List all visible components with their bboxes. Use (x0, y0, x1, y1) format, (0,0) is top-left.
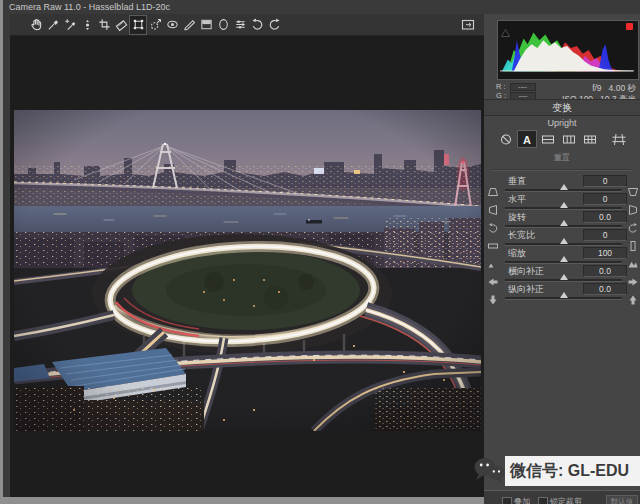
right-panel: R :---- G :---- B :---- f/94.00 秒 ISO 10… (484, 14, 640, 504)
shutter-value: 4.00 秒 (609, 83, 636, 94)
watermark-text: 微信号: GL-EDU (510, 462, 629, 479)
section-divider (492, 169, 632, 171)
slider-row-y-offset: 纵向补正 0.0 (484, 284, 640, 302)
hand-tool-button[interactable] (28, 16, 44, 34)
window-title: Camera Raw 11.0 - Hasselblad L1D-20c (9, 2, 170, 12)
upright-buttons: A (484, 131, 640, 147)
transform-tool-button[interactable] (130, 16, 146, 34)
slider-value[interactable]: 0 (583, 193, 627, 205)
aperture-value: f/9 (592, 83, 601, 94)
offset-up-icon[interactable] (627, 292, 639, 304)
crop-tool-button[interactable] (96, 16, 112, 34)
upright-hint[interactable]: 重置 (484, 152, 640, 163)
white-balance-tool-button[interactable] (45, 16, 61, 34)
upright-vertical-button[interactable] (560, 131, 578, 147)
slider-label: 水平 (508, 194, 526, 204)
slider-thumb[interactable] (560, 274, 568, 280)
constrain-crop-label: 锁定裁剪 (550, 497, 582, 504)
slider-value[interactable]: 0.0 (583, 283, 627, 295)
slider-label: 缩放 (508, 248, 526, 258)
rotate-right-button[interactable] (266, 16, 282, 34)
slider-track[interactable] (505, 243, 622, 246)
red-eye-tool-button[interactable] (164, 16, 180, 34)
rotate-left-button[interactable] (249, 16, 265, 34)
slider-track[interactable] (505, 225, 622, 228)
slider-thumb[interactable] (560, 238, 568, 244)
color-sampler-tool-button[interactable] (62, 16, 78, 34)
watermark: 微信号: GL-EDU (505, 456, 640, 486)
defaults-button[interactable]: 默认值 (606, 495, 638, 504)
upright-off-button[interactable] (497, 131, 515, 147)
slider-value[interactable]: 0.0 (583, 211, 627, 223)
slider-row-scale: 缩放 100 (484, 248, 640, 266)
histogram[interactable] (497, 20, 639, 80)
overlay-checkbox[interactable] (502, 497, 512, 504)
slider-value[interactable]: 0 (583, 175, 627, 187)
r-value: ---- (510, 83, 536, 91)
slider-thumb[interactable] (560, 220, 568, 226)
preferences-button[interactable] (232, 16, 248, 34)
toolbar (10, 14, 484, 36)
transform-panel-title: 变换 (484, 99, 640, 116)
slider-row-horizontal: 水平 0 (484, 194, 640, 212)
slider-thumb[interactable] (560, 292, 568, 298)
slider-label: 纵向补正 (508, 284, 544, 294)
radial-filter-tool-button[interactable] (215, 16, 231, 34)
slider-value[interactable]: 0.0 (583, 265, 627, 277)
slider-thumb[interactable] (560, 202, 568, 208)
r-label: R : (496, 82, 506, 91)
highlight-clipping-indicator[interactable] (626, 23, 633, 30)
svg-text:A: A (523, 133, 531, 145)
slider-track[interactable] (505, 297, 622, 300)
slider-value[interactable]: 0 (583, 229, 627, 241)
adjustment-brush-tool-button[interactable] (181, 16, 197, 34)
slider-row-aspect: 长宽比 0 (484, 230, 640, 248)
graduated-filter-tool-button[interactable] (198, 16, 214, 34)
slider-thumb[interactable] (560, 256, 568, 262)
slider-label: 垂直 (508, 176, 526, 186)
constrain-crop-checkbox[interactable] (538, 497, 548, 504)
slider-track[interactable] (505, 189, 622, 192)
title-bar: Camera Raw 11.0 - Hasselblad L1D-20c (3, 0, 640, 14)
photo-preview[interactable] (14, 110, 481, 431)
offset-down-icon[interactable] (487, 292, 499, 304)
slider-track[interactable] (505, 261, 622, 264)
spot-removal-tool-button[interactable] (147, 16, 163, 34)
slider-track[interactable] (505, 207, 622, 210)
upright-title: Upright (484, 118, 640, 128)
slider-thumb[interactable] (560, 184, 568, 190)
overlay-checkbox-label: 叠加 (514, 497, 530, 504)
slider-track[interactable] (505, 279, 622, 282)
upright-level-button[interactable] (539, 131, 557, 147)
slider-row-vertical: 垂直 0 (484, 176, 640, 194)
fullscreen-toggle-icon[interactable] (460, 17, 476, 36)
slider-label: 旋转 (508, 212, 526, 222)
shadow-clipping-indicator[interactable] (501, 23, 510, 41)
targeted-adjustment-tool-button[interactable] (79, 16, 95, 34)
slider-label: 横向补正 (508, 266, 544, 276)
upright-auto-button[interactable]: A (518, 131, 536, 147)
slider-value[interactable]: 100 (583, 247, 627, 259)
wechat-icon (473, 455, 506, 490)
straighten-tool-button[interactable] (113, 16, 129, 34)
slider-label: 长宽比 (508, 230, 535, 240)
panel-bottom-bar: 叠加 锁定裁剪 默认值 (484, 490, 640, 504)
upright-guided-button[interactable] (610, 131, 628, 147)
slider-row-x-offset: 横向补正 0.0 (484, 266, 640, 284)
page-background-strip (0, 497, 472, 504)
upright-full-button[interactable] (581, 131, 599, 147)
slider-row-rotate: 旋转 0.0 (484, 212, 640, 230)
